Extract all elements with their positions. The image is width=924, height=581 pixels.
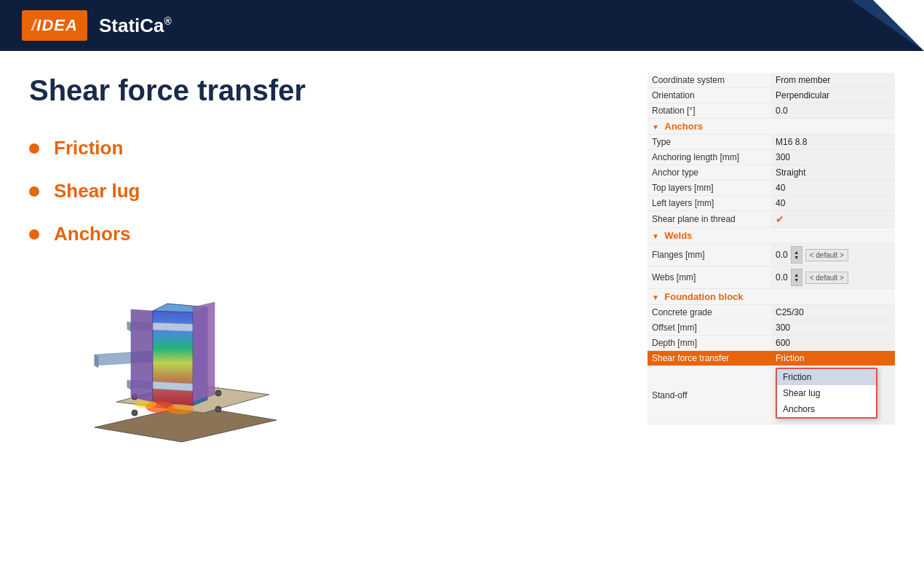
foundation-section-label: Foundation block [664, 291, 743, 302]
flanges-spinner[interactable]: ▲ ▼ [791, 246, 802, 264]
app-header: /IDEA StatiCa® [0, 0, 924, 51]
prop-label: Anchoring length [mm] [648, 150, 771, 165]
bullet-label-2: Shear lug [54, 180, 140, 202]
welds-collapse-arrow[interactable]: ▼ [652, 232, 659, 240]
prop-label: Left layers [mm] [648, 196, 771, 211]
table-row: Left layers [mm] 40 [648, 196, 895, 211]
prop-label: Depth [mm] [648, 336, 771, 351]
table-row: Anchor type Straight [648, 165, 895, 181]
header-decoration-2 [873, 0, 924, 51]
logo-area: /IDEA StatiCa® [22, 10, 172, 41]
prop-label: Webs [mm] [648, 266, 771, 289]
table-row: Depth [mm] 600 [648, 336, 895, 351]
prop-value: 600 [771, 336, 895, 351]
table-row: Webs [mm] 0.0 ▲ ▼ < default > [648, 266, 895, 289]
bullet-label-1: Friction [54, 137, 123, 159]
prop-label: Orientation [648, 88, 771, 103]
prop-value: 300 [771, 150, 895, 165]
prop-value: C25/30 [771, 305, 895, 320]
webs-default-button[interactable]: < default > [805, 272, 848, 284]
prop-label: Coordinate system [648, 73, 771, 88]
prop-label: Top layers [mm] [648, 181, 771, 196]
svg-marker-8 [95, 355, 98, 368]
webs-spinner[interactable]: ▲ ▼ [791, 269, 802, 286]
svg-point-14 [167, 404, 194, 414]
svg-point-15 [135, 400, 156, 408]
svg-point-19 [215, 390, 221, 396]
weld-webs-value: 0.0 [776, 272, 788, 282]
spinner-up[interactable]: ▲ [794, 250, 799, 255]
logo-icon: /IDEA [31, 16, 78, 35]
prop-value: 0.0 [771, 103, 895, 119]
properties-table: Coordinate system From member Orientatio… [648, 73, 895, 424]
foundation-collapse-arrow[interactable]: ▼ [652, 293, 659, 301]
model-area [73, 267, 633, 467]
dropdown-item-friction[interactable]: Friction [777, 369, 876, 385]
shear-force-label: Shear force transfer [648, 351, 771, 366]
bullet-dot-1 [29, 143, 39, 154]
anchors-section-label: Anchors [664, 121, 703, 132]
table-row: Offset [mm] 300 [648, 320, 895, 336]
section-header-anchors[interactable]: ▼ Anchors [648, 119, 895, 135]
weld-webs-cell[interactable]: 0.0 ▲ ▼ < default > [776, 269, 891, 286]
prop-value[interactable]: 0.0 ▲ ▼ < default > [771, 266, 895, 289]
weld-flanges-cell[interactable]: 0.0 ▲ ▼ < default > [776, 246, 891, 264]
checkmark-icon: ✔ [776, 213, 784, 225]
spinner-up-2[interactable]: ▲ [794, 272, 799, 277]
shear-force-value[interactable]: Friction [771, 351, 895, 366]
table-row: Coordinate system From member [648, 73, 895, 88]
list-item: Anchors [29, 223, 633, 245]
prop-value: ✔ [771, 211, 895, 228]
svg-point-16 [132, 410, 138, 416]
prop-value: Straight [771, 165, 895, 181]
table-row: Concrete grade C25/30 [648, 305, 895, 320]
prop-value: 40 [771, 196, 895, 211]
brand-name: StatiCa® [99, 15, 172, 37]
bullet-dot-3 [29, 229, 39, 240]
table-row: Top layers [mm] 40 [648, 181, 895, 196]
svg-marker-20 [193, 302, 215, 402]
dropdown-item-shear-lug[interactable]: Shear lug [777, 385, 876, 401]
section-header-welds[interactable]: ▼ Welds [648, 228, 895, 244]
prop-label: Type [648, 135, 771, 150]
prop-label: Concrete grade [648, 305, 771, 320]
dropdown-menu[interactable]: Friction Shear lug Anchors [776, 368, 877, 419]
table-row: Type M16 8.8 [648, 135, 895, 150]
table-row: Orientation Perpendicular [648, 88, 895, 103]
table-row: Anchoring length [mm] 300 [648, 150, 895, 165]
bullet-dot-2 [29, 186, 39, 197]
prop-label: Shear plane in thread [648, 211, 771, 228]
slide-title: Shear force transfer [29, 73, 633, 108]
prop-value: 40 [771, 181, 895, 196]
stand-off-value[interactable]: Friction Shear lug Anchors [771, 366, 895, 424]
spinner-down[interactable]: ▼ [794, 255, 799, 260]
prop-label: Flanges [mm] [648, 244, 771, 266]
brand-name-text: StatiCa [99, 15, 164, 36]
section-header-foundation[interactable]: ▼ Foundation block [648, 289, 895, 305]
stand-off-row: Stand-off Friction Shear lug Anchors [648, 366, 895, 424]
shear-force-transfer-row[interactable]: Shear force transfer Friction [648, 351, 895, 366]
logo-box: /IDEA [22, 10, 87, 41]
prop-label: Rotation [°] [648, 103, 771, 119]
svg-point-17 [215, 406, 221, 412]
prop-value: 300 [771, 320, 895, 336]
bullet-list: Friction Shear lug Anchors [29, 137, 633, 245]
anchors-collapse-arrow[interactable]: ▼ [652, 123, 659, 131]
main-content: Shear force transfer Friction Shear lug … [0, 51, 924, 581]
table-row: Flanges [mm] 0.0 ▲ ▼ < default > [648, 244, 895, 266]
prop-label: Anchor type [648, 165, 771, 181]
bullet-label-3: Anchors [54, 223, 130, 245]
dropdown-item-anchors[interactable]: Anchors [777, 401, 876, 417]
table-row: Shear plane in thread ✔ [648, 211, 895, 228]
flanges-default-button[interactable]: < default > [805, 249, 848, 261]
list-item: Shear lug [29, 180, 633, 202]
prop-value: From member [771, 73, 895, 88]
svg-marker-21 [131, 309, 153, 402]
spinner-down-2[interactable]: ▼ [794, 277, 799, 282]
reg-symbol: ® [164, 15, 172, 27]
prop-value: M16 8.8 [771, 135, 895, 150]
prop-value[interactable]: 0.0 ▲ ▼ < default > [771, 244, 895, 266]
prop-value: Perpendicular [771, 88, 895, 103]
3d-model-svg [73, 267, 298, 464]
prop-label: Offset [mm] [648, 320, 771, 336]
